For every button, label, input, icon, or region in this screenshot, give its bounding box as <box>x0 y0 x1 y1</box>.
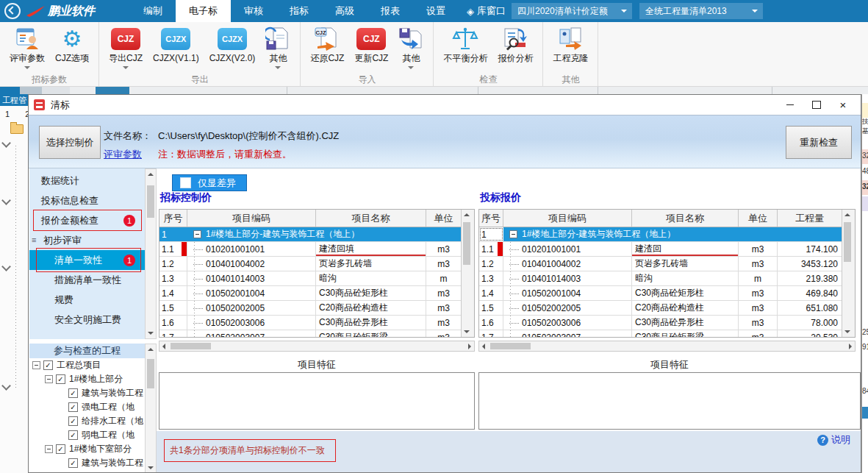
cell-seq[interactable]: 1.2 <box>159 257 187 271</box>
checkbox-icon[interactable]: ✓ <box>68 416 78 426</box>
cell-seq[interactable]: 1.5 <box>159 301 187 315</box>
cell-code[interactable]: 010401014003 <box>187 271 316 285</box>
scroll-up-icon[interactable] <box>148 348 154 351</box>
select-control-price-button[interactable]: 选择控制价 <box>39 126 101 159</box>
table-hscrollbar[interactable] <box>478 341 856 352</box>
review-params-link[interactable]: 评审参数 <box>104 148 142 161</box>
checkbox-icon[interactable] <box>180 177 191 188</box>
tree-item-工程总项目[interactable]: ✓工程总项目 <box>29 358 145 372</box>
ribbon-button-评审参数[interactable]: 评审参数 <box>4 24 50 74</box>
scroll-down-icon[interactable] <box>148 466 154 469</box>
cell-unit[interactable]: m3 <box>426 316 461 330</box>
dialog-titlebar[interactable]: 清标 × <box>29 95 861 115</box>
table-row[interactable]: 1.6010502003006C30商品砼异形柱m3 <box>159 316 461 330</box>
table-row[interactable]: 1.5010502002005C20商品砼构造柱m3651.080 <box>479 301 842 316</box>
chevron-down-icon[interactable] <box>275 66 281 72</box>
cell-qty[interactable]: 219.380 <box>778 271 842 285</box>
ribbon-button-CJZX(V1.1)[interactable]: CJZXCJZX(V1.1) <box>148 24 204 74</box>
cell-qty[interactable]: 20.530 <box>778 330 842 337</box>
table-row[interactable]: 1.4010502001004C30商品砼矩形柱m3469.840 <box>479 286 842 301</box>
cell-unit[interactable]: m <box>739 271 778 285</box>
collapse-icon[interactable] <box>32 361 40 369</box>
ribbon-button-更新CJZ[interactable]: CJZ更新CJZ <box>349 24 393 74</box>
column-header-项目编码[interactable]: 项目编码 <box>187 210 316 227</box>
library-window[interactable]: ◈ 库窗口 <box>467 4 506 18</box>
menu-设置[interactable]: 设置 <box>413 0 459 22</box>
scrollbar-thumb[interactable] <box>463 222 470 265</box>
cell-unit[interactable]: m3 <box>739 301 778 315</box>
table-row[interactable]: 1.3010401014003暗沟m219.380 <box>479 271 842 286</box>
scrollbar-thumb[interactable] <box>171 343 211 349</box>
cell-name[interactable]: C30商品砼异形柱 <box>316 316 426 330</box>
feature-box-left[interactable] <box>159 372 475 430</box>
cell-code[interactable]: 010502003006 <box>187 316 316 330</box>
table-row[interactable]: 1.2010401004002页岩多孔砖墙m33453.120 <box>479 257 842 271</box>
cell-name[interactable]: 建渣回填 <box>316 242 426 256</box>
sidebar-item-投标信息检查[interactable]: 投标信息检查 <box>29 191 145 210</box>
cell-group-label[interactable]: 1#楼地上部分-建筑与装饰工程（地上） <box>187 227 461 241</box>
menu-报表[interactable]: 报表 <box>367 0 413 22</box>
column-header-项目名称[interactable]: 项目名称 <box>632 210 739 227</box>
cell-unit[interactable]: m3 <box>739 242 778 256</box>
cell-code[interactable]: 010502003007 <box>187 330 316 337</box>
recheck-button[interactable]: 重新检查 <box>786 126 852 159</box>
table-row[interactable]: 1.2010401004002页岩多孔砖墙m3 <box>159 257 461 271</box>
collapse-icon[interactable] <box>45 375 53 383</box>
cell-code[interactable]: 010502003006 <box>503 316 632 330</box>
menu-编制[interactable]: 编制 <box>130 0 176 22</box>
table-row[interactable]: 1.7010502003007C30商品砼矩形梁m320.530 <box>479 330 842 337</box>
cell-seq[interactable]: 1.7 <box>159 330 187 337</box>
collapse-icon[interactable]: ≡ <box>32 230 36 250</box>
checkbox-icon[interactable]: ✓ <box>56 374 65 384</box>
checkbox-icon[interactable]: ✓ <box>68 402 78 412</box>
feature-box-right[interactable] <box>478 372 861 430</box>
chevron-down-icon[interactable] <box>1 138 11 148</box>
back-icon[interactable] <box>4 3 21 19</box>
table-row[interactable]: 1.6010502003006C30商品砼异形柱m378.000 <box>479 316 842 330</box>
cell-qty[interactable]: 469.840 <box>778 286 842 300</box>
checkbox-icon[interactable]: ✓ <box>68 430 78 440</box>
chevron-down-icon[interactable] <box>408 66 414 72</box>
checkbox-icon[interactable]: ✓ <box>68 458 78 468</box>
tree-item-1#楼地上部分[interactable]: ✓1#楼地上部分 <box>29 372 145 386</box>
cell-code[interactable]: 010502003007 <box>503 330 632 337</box>
table-row[interactable]: 1.5010502002005C20商品砼构造柱m3 <box>159 301 461 316</box>
cell-name[interactable]: 暗沟 <box>632 271 739 285</box>
close-button[interactable]: × <box>830 96 856 115</box>
cell-name[interactable]: C30商品砼矩形梁 <box>316 330 426 337</box>
column-header-单位[interactable]: 单位 <box>426 210 461 227</box>
cell-seq[interactable]: 1.7 <box>479 330 503 337</box>
scroll-down-icon[interactable] <box>844 330 850 333</box>
table-group-row[interactable]: 11#楼地上部分-建筑与装饰工程（地上） <box>159 227 461 242</box>
cell-seq[interactable]: 1.2 <box>479 257 503 271</box>
table-row[interactable]: 1.4010502001004C30商品砼矩形柱m3 <box>159 286 461 301</box>
column-header-项目名称[interactable]: 项目名称 <box>316 210 426 227</box>
scroll-left-icon[interactable] <box>162 344 165 349</box>
library-select-2[interactable]: 全统工程量清单2013 <box>639 3 763 19</box>
cell-code[interactable]: 010502002005 <box>503 301 632 315</box>
cell-unit[interactable]: m <box>426 271 461 285</box>
scrollbar-thumb[interactable] <box>147 185 154 218</box>
cell-seq[interactable]: 1.1 <box>479 242 503 256</box>
menu-指标[interactable]: 指标 <box>276 0 322 22</box>
cell-seq[interactable]: 1.6 <box>479 316 503 330</box>
menu-高级[interactable]: 高级 <box>322 0 367 22</box>
table-hscrollbar[interactable] <box>159 341 475 352</box>
cell-unit[interactable]: m3 <box>739 330 778 337</box>
table-vscrollbar[interactable] <box>842 210 855 337</box>
sidebar-item-规费[interactable]: 规费 <box>29 290 145 310</box>
cell-code[interactable]: 010201001001 <box>187 242 316 256</box>
table-group-row[interactable]: 11#楼地上部分-建筑与装饰工程（地上） <box>479 227 842 242</box>
column-header-序号[interactable]: 序号 <box>159 210 187 227</box>
cell-name[interactable]: 页岩多孔砖墙 <box>632 257 739 271</box>
checkbox-icon[interactable]: ✓ <box>56 444 65 454</box>
cell-seq[interactable]: 1 <box>159 227 187 241</box>
cell-code[interactable]: 010401004002 <box>187 257 316 271</box>
column-header-工程量[interactable]: 工程量 <box>778 210 842 227</box>
cell-unit[interactable]: m3 <box>739 257 778 271</box>
cell-unit[interactable]: m3 <box>426 286 461 300</box>
column-header-序号[interactable]: 序号 <box>479 210 503 227</box>
cell-group-label[interactable]: 1#楼地上部分-建筑与装饰工程（地上） <box>503 227 842 241</box>
cell-qty[interactable]: 78.000 <box>778 316 842 330</box>
sidebar-item-数据统计[interactable]: 数据统计 <box>29 171 145 191</box>
